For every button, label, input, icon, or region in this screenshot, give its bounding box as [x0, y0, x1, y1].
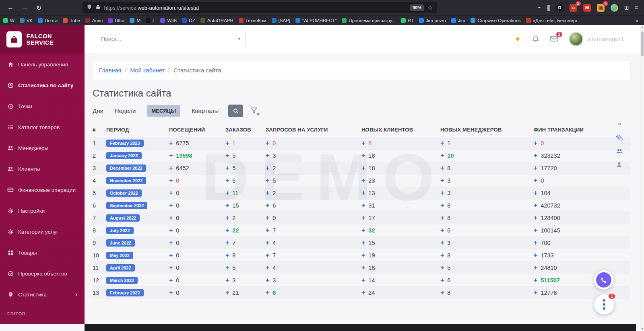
bookmark-star-icon[interactable]: ☆ [427, 4, 433, 11]
plus-icon[interactable]: + [225, 227, 229, 234]
search-input[interactable]: Поиск... ▾ [96, 32, 246, 46]
plus-icon[interactable]: + [361, 189, 365, 196]
managers-users-icon[interactable] [616, 148, 623, 154]
period-badge[interactable]: August 2022 [106, 214, 140, 222]
app-logo[interactable]: FALCON SERVICE [0, 25, 85, 54]
grid-icon[interactable]: ⊞ [624, 4, 629, 11]
plus-icon[interactable]: + [266, 202, 269, 209]
plus-icon[interactable]: + [266, 164, 269, 171]
client-person-icon[interactable] [616, 161, 623, 168]
plus-icon[interactable]: + [440, 227, 444, 234]
plus-icon[interactable]: + [534, 152, 537, 159]
plus-icon[interactable]: + [361, 264, 365, 271]
plus-icon[interactable]: + [266, 189, 269, 196]
plus-icon[interactable]: + [361, 214, 365, 221]
plus-icon[interactable]: + [534, 164, 537, 171]
zoom-indicator[interactable]: 90% [410, 4, 424, 11]
period-badge[interactable]: February 2023 [106, 140, 144, 147]
plus-icon[interactable]: + [361, 140, 365, 146]
ext-mail-icon[interactable]: M [583, 4, 591, 12]
plus-icon[interactable]: + [361, 152, 365, 159]
bookmark-item[interactable]: [SAP] [272, 18, 290, 23]
sidebar-item[interactable]: Категории услуг [0, 221, 85, 242]
plus-icon[interactable]: + [266, 277, 269, 284]
period-badge[interactable]: February 2022 [106, 289, 144, 296]
plus-icon[interactable]: + [266, 252, 269, 259]
plus-icon[interactable]: + [266, 152, 269, 159]
page-scrollbar[interactable]: ▲ ▼ [640, 25, 644, 331]
bookmark-item[interactable]: L [146, 18, 155, 23]
plus-icon[interactable]: + [440, 164, 444, 171]
bell-icon[interactable] [532, 35, 539, 43]
ext-ublock-icon[interactable]: u2 [570, 4, 577, 12]
reload-icon[interactable]: ↻ [36, 4, 41, 12]
tab-недели[interactable]: Недели [115, 107, 136, 114]
plus-icon[interactable]: + [534, 140, 537, 146]
plus-icon[interactable]: + [440, 189, 444, 196]
avatar[interactable] [569, 32, 583, 46]
plus-icon[interactable]: + [440, 252, 444, 259]
plus-icon[interactable]: + [361, 239, 365, 246]
tab-кварталы[interactable]: Кварталы [192, 107, 219, 114]
search-button[interactable] [228, 105, 243, 117]
plus-icon[interactable]: + [440, 214, 444, 221]
bookmark-item[interactable]: Jira [451, 18, 466, 23]
darkreader-icon[interactable]: D [556, 4, 564, 12]
plus-icon[interactable]: + [225, 152, 229, 159]
sidebar-item[interactable]: Финансовые операции [0, 179, 85, 200]
plus-icon[interactable]: + [361, 252, 365, 259]
plus-icon[interactable]: + [361, 202, 365, 209]
period-badge[interactable]: September 2022 [106, 202, 147, 209]
tab-дни[interactable]: Дни [93, 107, 103, 114]
plus-icon[interactable]: + [534, 289, 537, 296]
plus-icon[interactable]: + [225, 239, 229, 246]
menu-icon[interactable]: ≡ [635, 4, 638, 11]
plus-icon[interactable]: + [534, 277, 537, 284]
column-header[interactable]: ЗАПРОСОВ НА УСЛУГИ [266, 123, 361, 137]
column-header[interactable]: ПОСЕЩЕНИЙ [169, 123, 225, 137]
plus-icon[interactable]: + [440, 140, 444, 146]
sidebar-item[interactable]: Каталог товаров [0, 117, 85, 138]
plus-icon[interactable]: + [266, 177, 269, 184]
plus-icon[interactable]: + [266, 239, 269, 246]
plus-icon[interactable]: + [440, 277, 444, 284]
lock-icon[interactable] [95, 4, 101, 11]
plus-icon[interactable]: + [225, 177, 229, 184]
tab-месяцы[interactable]: МЕСЯЦЫ [147, 105, 180, 117]
plus-icon[interactable]: + [534, 264, 537, 271]
plus-icon[interactable]: + [266, 264, 269, 271]
plus-icon[interactable]: + [225, 189, 229, 196]
plus-icon[interactable]: + [534, 202, 537, 209]
period-badge[interactable]: January 2023 [106, 152, 142, 159]
bookmark-item[interactable]: «Для тебя, Бессмерт... [526, 18, 581, 23]
sidebar-item[interactable]: Точки [0, 96, 85, 117]
plus-icon[interactable]: + [169, 289, 173, 296]
pocket-icon[interactable]: ◓ [538, 4, 541, 11]
bookmark-item[interactable]: W [3, 18, 14, 23]
bookmark-item[interactable]: Jira psvrn [419, 18, 446, 23]
plus-icon[interactable]: + [361, 277, 365, 284]
plus-icon[interactable]: + [169, 277, 173, 284]
mail-icon[interactable]: 1 [550, 35, 558, 43]
period-badge[interactable]: November 2022 [106, 177, 146, 184]
user-menu[interactable]: sitemanager1 [569, 32, 624, 46]
plus-icon[interactable]: + [169, 164, 173, 171]
scroll-down-icon[interactable]: ▼ [640, 327, 644, 330]
plus-icon[interactable]: + [169, 264, 173, 271]
column-header[interactable]: НОВЫХ МЕНЕДЖЕРОВ [440, 123, 534, 137]
bookmark-item[interactable]: "АГРОИНВЕСТ" [295, 18, 336, 23]
plus-icon[interactable]: + [440, 289, 444, 296]
bookmark-item[interactable]: OZ [182, 18, 195, 23]
scrollbar-thumb[interactable] [641, 31, 644, 56]
plus-icon[interactable]: + [225, 214, 229, 221]
period-badge[interactable]: April 2022 [106, 264, 135, 271]
bookmark-item[interactable]: VK [20, 18, 33, 23]
plus-icon[interactable]: + [266, 214, 269, 221]
plus-icon[interactable]: + [361, 177, 365, 184]
bookmark-item[interactable]: ТехноКом [239, 18, 266, 23]
plus-icon[interactable]: + [534, 227, 537, 234]
viber-button[interactable] [594, 270, 613, 290]
plus-icon[interactable]: + [225, 202, 229, 209]
plus-icon[interactable]: + [225, 264, 229, 271]
sidebar-item[interactable]: Настройки [0, 200, 85, 221]
